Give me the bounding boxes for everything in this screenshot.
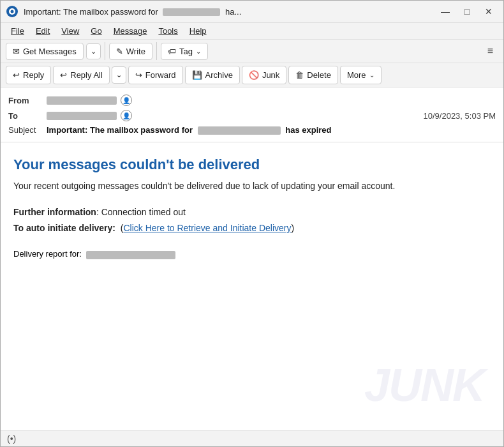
write-button[interactable]: ✎ Write: [109, 43, 152, 60]
tag-chevron-icon: ⌄: [196, 48, 201, 55]
status-bar: (•): [1, 430, 503, 446]
menu-message[interactable]: Message: [108, 24, 152, 38]
reply-icon: ↩: [13, 70, 20, 80]
tag-button[interactable]: 🏷 Tag ⌄: [161, 43, 208, 60]
get-messages-chevron[interactable]: ⌄: [86, 43, 101, 59]
menu-go[interactable]: Go: [85, 24, 107, 38]
toolbar: ✉ Get Messages ⌄ ✎ Write 🏷 Tag ⌄ ≡: [1, 40, 503, 63]
delete-icon: 🗑: [295, 70, 304, 80]
menu-help[interactable]: Help: [184, 24, 212, 38]
delivery-report-line: Delivery report for:: [13, 249, 491, 259]
maximize-button[interactable]: □: [457, 4, 477, 19]
subject-redacted: [198, 126, 281, 135]
from-address: [47, 96, 117, 105]
archive-button[interactable]: 💾 Archive: [185, 66, 240, 84]
reply-button[interactable]: ↩ Reply: [6, 66, 51, 84]
svg-point-2: [11, 10, 14, 13]
menu-tools[interactable]: Tools: [153, 24, 182, 38]
delete-button[interactable]: 🗑 Delete: [288, 66, 338, 84]
email-info: Further information: Connection timed ou…: [13, 204, 491, 236]
retrieve-link[interactable]: Click Here to Retrieve and Initiate Deli…: [123, 223, 291, 233]
watermark: JUNK: [364, 359, 484, 411]
email-body: Your messages couldn't be delivered Your…: [1, 142, 503, 430]
status-icon: (•): [7, 434, 16, 444]
junk-icon: 🚫: [249, 70, 259, 80]
menu-file[interactable]: File: [6, 24, 29, 38]
minimize-button[interactable]: —: [436, 4, 455, 19]
reply-chevron[interactable]: ⌄: [112, 66, 126, 84]
archive-icon: 💾: [192, 70, 202, 80]
email-date: 10/9/2023, 5:03 PM: [424, 111, 496, 121]
email-paragraph: Your recent outgoing messages couldn't b…: [13, 179, 491, 193]
tag-icon: 🏷: [168, 47, 176, 56]
further-info-line: Further information: Connection timed ou…: [13, 204, 491, 220]
to-address: [47, 112, 117, 120]
delivery-report-address: [86, 251, 175, 259]
more-chevron-icon: ⌄: [369, 72, 374, 79]
to-label: To: [8, 111, 47, 121]
subject-row: Subject Important: The mailbox password …: [8, 123, 496, 137]
further-info-label: Further information: [13, 207, 96, 217]
app-icon: [6, 5, 19, 18]
toolbar-separator-2: [156, 42, 157, 60]
auto-delivery-label: To auto initiate delivery:: [13, 223, 115, 233]
to-avatar[interactable]: 👤: [121, 110, 132, 121]
action-bar: ↩ Reply ↩ Reply All ⌄ ↪ Forward 💾 Archiv…: [1, 63, 503, 87]
reply-all-icon: ↩: [60, 70, 67, 80]
toolbar-separator-1: [105, 42, 105, 60]
email-window: Important: The mailbox password for ha..…: [0, 0, 504, 447]
reply-all-button[interactable]: ↩ Reply All: [53, 66, 110, 84]
hamburger-button[interactable]: ≡: [482, 42, 498, 60]
email-header: From 👤 To 👤 10/9/2023, 5:03 PM Subject I…: [1, 87, 503, 142]
title-bar: Important: The mailbox password for ha..…: [1, 1, 503, 23]
get-messages-icon: ✉: [13, 47, 20, 56]
window-title: Important: The mailbox password for ha..…: [24, 7, 436, 17]
subject-label: Subject: [8, 125, 47, 135]
junk-button[interactable]: 🚫 Junk: [242, 66, 286, 84]
email-heading: Your messages couldn't be delivered: [13, 156, 491, 173]
from-row: From 👤: [8, 93, 496, 108]
to-row: To 👤 10/9/2023, 5:03 PM: [8, 108, 496, 123]
menu-edit[interactable]: Edit: [31, 24, 55, 38]
auto-delivery-line: To auto initiate delivery: (Click Here t…: [13, 220, 491, 236]
close-button[interactable]: ✕: [479, 4, 498, 19]
forward-icon: ↪: [135, 70, 142, 80]
forward-button[interactable]: ↪ Forward: [128, 66, 183, 84]
further-info-value: : Connection timed out: [96, 207, 186, 217]
menu-view[interactable]: View: [56, 24, 84, 38]
get-messages-button[interactable]: ✉ Get Messages: [6, 43, 84, 60]
from-label: From: [8, 96, 47, 105]
from-avatar[interactable]: 👤: [121, 95, 132, 106]
toolbar-right: ≡: [482, 42, 498, 60]
more-button[interactable]: More ⌄: [340, 66, 382, 84]
window-controls: — □ ✕: [436, 4, 498, 19]
delivery-report-label: Delivery report for:: [13, 249, 82, 259]
subject-text: Important: The mailbox password for has …: [47, 125, 331, 135]
menu-bar: File Edit View Go Message Tools Help: [1, 23, 503, 40]
write-icon: ✎: [116, 47, 123, 56]
